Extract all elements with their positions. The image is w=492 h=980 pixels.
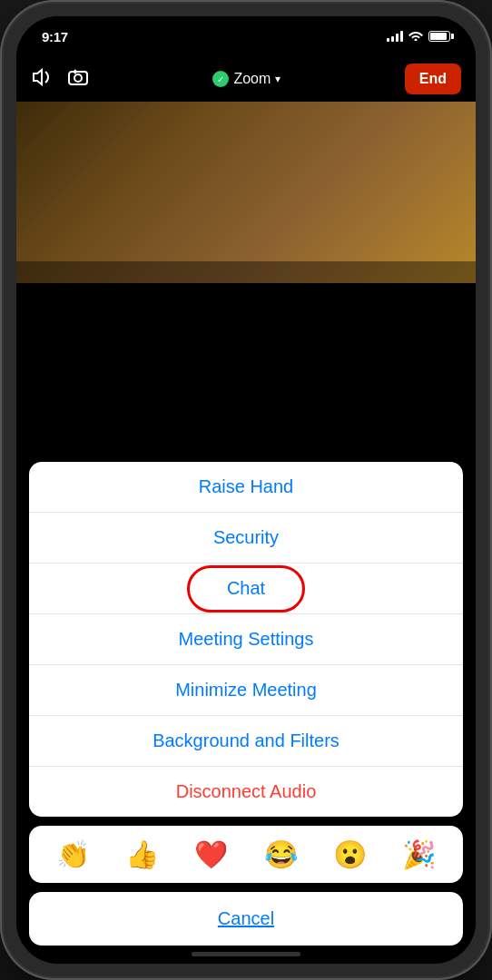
chevron-down-icon: ▾ [275, 73, 280, 85]
background-filters-item[interactable]: Background and Filters [29, 716, 463, 767]
camera-flip-icon[interactable] [67, 68, 89, 91]
meeting-settings-item[interactable]: Meeting Settings [29, 614, 463, 665]
speaker-icon[interactable] [31, 68, 53, 91]
security-item[interactable]: Security [29, 513, 463, 564]
chat-label: Chat [227, 578, 265, 598]
battery-fill [430, 33, 447, 40]
emoji-bar: 👏 👍 ❤️ 😂 😮 🎉 [29, 826, 463, 883]
top-bar-left [31, 68, 89, 91]
action-sheet-container: Raise Hand Security Chat Meeting Setting… [16, 261, 476, 964]
emoji-thumbsup[interactable]: 👍 [125, 838, 159, 870]
background-filters-label: Background and Filters [153, 730, 339, 750]
cancel-card: Cancel [29, 892, 463, 946]
disconnect-audio-label: Disconnect Audio [176, 781, 317, 801]
raise-hand-item[interactable]: Raise Hand [29, 462, 463, 513]
phone-frame: 9:17 [0, 0, 492, 980]
zoom-label: Zoom [233, 71, 271, 87]
emoji-heart[interactable]: ❤️ [194, 838, 228, 870]
status-icons [387, 30, 450, 44]
signal-bar-1 [387, 38, 389, 42]
zoom-shield-icon: ✓ [212, 71, 229, 87]
signal-bars-icon [387, 31, 403, 42]
action-sheet: Raise Hand Security Chat Meeting Setting… [29, 462, 463, 946]
screen: 9:17 [16, 16, 476, 964]
chat-item[interactable]: Chat [29, 564, 463, 614]
svg-point-1 [74, 74, 82, 82]
zoom-badge[interactable]: ✓ Zoom ▾ [212, 71, 280, 87]
cancel-button[interactable]: Cancel [29, 892, 463, 946]
cancel-label: Cancel [218, 908, 274, 928]
status-time: 9:17 [42, 29, 68, 44]
emoji-wow[interactable]: 😮 [333, 838, 367, 870]
top-bar: ✓ Zoom ▾ End [16, 56, 476, 102]
emoji-laugh[interactable]: 😂 [264, 838, 298, 870]
wifi-icon [408, 30, 423, 44]
minimize-meeting-label: Minimize Meeting [175, 680, 317, 700]
video-area [16, 102, 476, 283]
raise-hand-label: Raise Hand [199, 476, 294, 496]
notch [173, 16, 319, 44]
battery-icon [428, 31, 450, 42]
end-button[interactable]: End [405, 64, 461, 94]
signal-bar-4 [400, 31, 403, 42]
disconnect-audio-item[interactable]: Disconnect Audio [29, 767, 463, 817]
menu-card: Raise Hand Security Chat Meeting Setting… [29, 462, 463, 817]
meeting-settings-label: Meeting Settings [179, 629, 314, 649]
minimize-meeting-item[interactable]: Minimize Meeting [29, 665, 463, 716]
signal-bar-3 [396, 34, 399, 42]
security-label: Security [213, 527, 279, 547]
emoji-party[interactable]: 🎉 [402, 838, 436, 870]
signal-bar-2 [391, 36, 394, 42]
emoji-clap[interactable]: 👏 [56, 838, 90, 870]
